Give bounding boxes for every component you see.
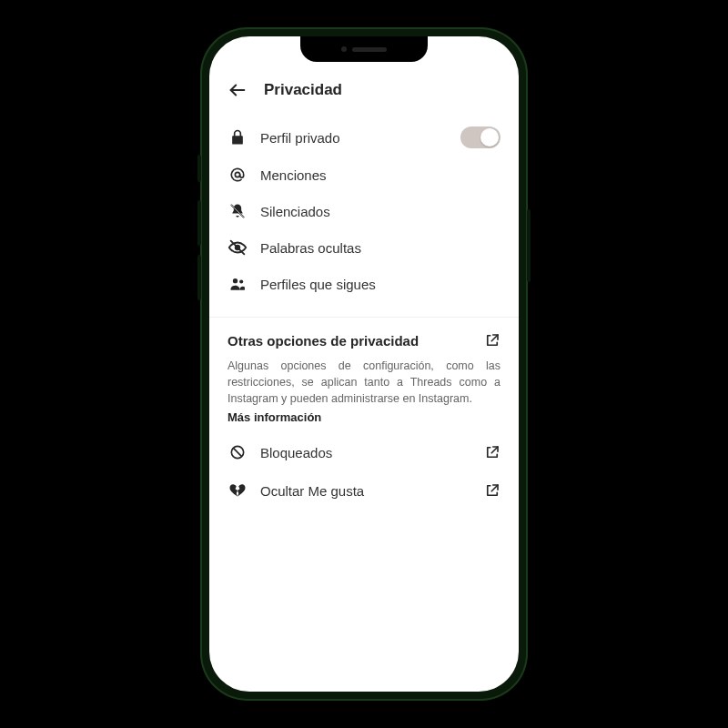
row-label: Menciones — [260, 167, 500, 183]
block-icon — [228, 442, 248, 462]
row-hide-likes[interactable]: Ocultar Me gusta — [228, 471, 500, 510]
svg-line-11 — [491, 447, 498, 453]
eye-off-icon — [228, 238, 248, 258]
phone-frame: Privacidad Perfil privado — [200, 27, 528, 701]
svg-line-12 — [491, 485, 498, 491]
external-link-icon — [484, 482, 500, 499]
external-options-list: Bloqueados — [228, 433, 500, 510]
section-header: Otras opciones de privacidad — [228, 332, 500, 349]
row-mentions[interactable]: Menciones — [228, 157, 500, 193]
phone-side-button — [197, 255, 201, 300]
row-private-profile[interactable]: Perfil privado — [228, 118, 500, 157]
header: Privacidad — [209, 75, 519, 113]
row-label: Silenciados — [260, 204, 500, 219]
row-muted[interactable]: Silenciados — [228, 193, 500, 229]
row-label: Palabras ocultas — [260, 240, 500, 256]
other-privacy-section: Otras opciones de privacidad Algunas opc… — [209, 318, 519, 510]
row-label: Perfiles que sigues — [260, 277, 500, 292]
row-hidden-words[interactable]: Palabras ocultas — [228, 229, 500, 266]
phone-side-button — [197, 155, 201, 182]
row-blocked[interactable]: Bloqueados — [228, 433, 500, 471]
svg-line-8 — [491, 335, 498, 341]
phone-side-button — [527, 209, 531, 282]
back-arrow-icon[interactable] — [228, 80, 248, 100]
section-description: Algunas opciones de configuración, como … — [228, 358, 500, 407]
people-icon — [228, 274, 248, 294]
svg-line-10 — [233, 449, 241, 457]
row-following-profiles[interactable]: Perfiles que sigues — [228, 266, 500, 302]
svg-point-6 — [233, 278, 238, 283]
external-link-icon — [484, 444, 500, 460]
private-profile-toggle[interactable] — [460, 126, 500, 148]
external-link-icon[interactable] — [484, 332, 500, 349]
privacy-screen: Privacidad Perfil privado — [209, 36, 519, 510]
more-info-link[interactable]: Más información — [228, 410, 321, 424]
row-label: Ocultar Me gusta — [260, 483, 471, 499]
bell-off-icon — [228, 201, 248, 221]
page-title: Privacidad — [264, 81, 342, 99]
phone-side-button — [197, 200, 201, 246]
svg-point-7 — [239, 279, 243, 283]
privacy-options-list: Perfil privado Menciones — [209, 113, 519, 317]
heart-broken-icon — [228, 480, 248, 500]
phone-screen: Privacidad Perfil privado — [209, 36, 519, 692]
row-label: Bloqueados — [260, 445, 471, 460]
phone-notch — [300, 36, 428, 62]
row-label: Perfil privado — [260, 130, 448, 146]
at-icon — [228, 165, 248, 185]
lock-icon — [228, 127, 248, 147]
section-title: Otras opciones de privacidad — [228, 333, 419, 349]
